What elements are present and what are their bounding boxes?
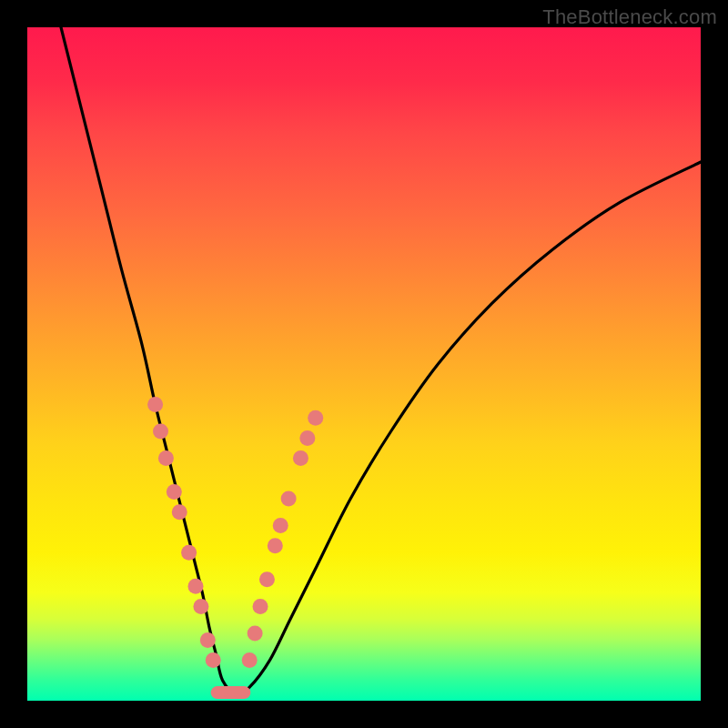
marker-dot: [281, 491, 297, 507]
marker-dot: [188, 579, 204, 594]
outer-frame: TheBottleneck.com: [0, 0, 728, 728]
marker-dot: [242, 652, 258, 668]
marker-dot: [253, 599, 268, 614]
marker-dot: [181, 545, 197, 561]
marker-dot: [172, 504, 187, 520]
marker-dot: [268, 538, 283, 553]
chart-overlay: [27, 27, 701, 701]
marker-dot: [158, 450, 174, 466]
watermark-text: TheBottleneck.com: [542, 5, 717, 29]
marker-dot: [259, 571, 275, 587]
marker-dot: [147, 397, 163, 412]
marker-dot: [167, 484, 182, 500]
bottleneck-curve: [61, 27, 701, 694]
marker-cluster-right: [242, 410, 324, 668]
marker-dot: [193, 599, 208, 614]
marker-dot: [206, 652, 221, 668]
marker-dot: [308, 410, 323, 426]
marker-dot: [273, 518, 288, 533]
marker-dot: [153, 424, 168, 440]
plot-area: [27, 27, 701, 701]
marker-dot: [248, 626, 263, 642]
marker-dot: [293, 450, 308, 466]
marker-dot: [299, 430, 315, 446]
marker-dot: [200, 632, 216, 648]
